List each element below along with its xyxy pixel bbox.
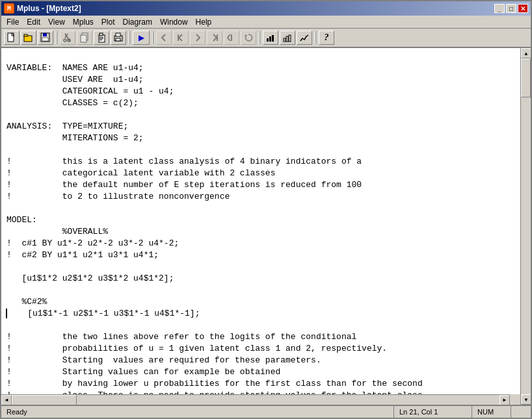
editor-container: VARIABLE: NAMES ARE u1-u4; USEV ARE u1-u…: [1, 48, 520, 405]
scroll-right-button[interactable]: ▶: [499, 395, 510, 405]
chart3-button[interactable]: [297, 31, 312, 45]
menu-view[interactable]: View: [44, 16, 69, 28]
status-num: NUM: [472, 406, 511, 418]
replay-button[interactable]: [241, 31, 256, 45]
h-scrollbar[interactable]: ◀ ▶: [1, 394, 510, 405]
svg-rect-28: [286, 36, 288, 42]
fwd2-button[interactable]: [207, 31, 222, 45]
title-bar: M Mplus - [Mptext2] _ □ ✕: [1, 1, 531, 16]
menu-diagram[interactable]: Diagram: [119, 16, 156, 28]
status-ready: Ready: [1, 406, 394, 418]
svg-rect-24: [267, 38, 269, 42]
back2-button[interactable]: [173, 31, 189, 45]
maximize-button[interactable]: □: [506, 4, 516, 13]
h-scroll-area: ◀ ▶: [1, 394, 520, 405]
svg-rect-16: [100, 38, 103, 39]
h-scroll-thumb[interactable]: [12, 395, 77, 405]
svg-point-9: [64, 39, 66, 42]
scroll-left-button[interactable]: ◀: [1, 395, 12, 405]
svg-rect-25: [269, 36, 271, 42]
chart2-button[interactable]: [280, 31, 295, 45]
menu-window[interactable]: Window: [156, 16, 192, 28]
svg-rect-27: [284, 38, 286, 42]
v-scrollbar[interactable]: ▲ ▼: [520, 48, 531, 405]
main-window: M Mplus - [Mptext2] _ □ ✕ File Edit View…: [0, 0, 532, 419]
v-scroll-track[interactable]: [521, 58, 531, 394]
open-button[interactable]: [21, 31, 36, 45]
fwd1-button[interactable]: [190, 31, 206, 45]
scroll-down-button[interactable]: ▼: [521, 394, 531, 405]
svg-rect-5: [43, 33, 47, 36]
menu-file[interactable]: File: [3, 16, 23, 28]
menu-edit[interactable]: Edit: [23, 16, 44, 28]
title-bar-left: M Mplus - [Mptext2]: [4, 3, 81, 14]
cursor: [6, 309, 12, 318]
svg-rect-20: [116, 38, 120, 41]
svg-rect-12: [81, 35, 86, 42]
run-button[interactable]: ▶: [133, 31, 150, 45]
menu-mplus[interactable]: Mplus: [69, 16, 98, 28]
save-button[interactable]: [38, 31, 53, 45]
close-button[interactable]: ✕: [518, 4, 528, 13]
stop-button[interactable]: [224, 31, 239, 45]
v-scroll-thumb[interactable]: [521, 58, 531, 97]
toolbar-sep-4: [259, 31, 260, 44]
scroll-corner: [510, 394, 520, 405]
menu-help[interactable]: Help: [192, 16, 216, 28]
app-icon: M: [4, 3, 14, 14]
svg-rect-3: [24, 34, 27, 36]
svg-rect-29: [289, 35, 291, 42]
scroll-up-button[interactable]: ▲: [521, 48, 531, 58]
cut-button[interactable]: [60, 31, 75, 45]
status-extra: [511, 406, 531, 418]
code-line-1: VARIABLE: NAMES ARE u1-u4; USEV ARE u1-u…: [7, 63, 423, 394]
minimize-button[interactable]: _: [494, 4, 505, 13]
svg-rect-19: [116, 33, 120, 36]
main-area: VARIABLE: NAMES ARE u1-u4; USEV ARE u1-u…: [1, 48, 531, 405]
menu-plot[interactable]: Plot: [98, 16, 119, 28]
svg-rect-6: [42, 38, 48, 41]
editor-content[interactable]: VARIABLE: NAMES ARE u1-u4; USEV ARE u1-u…: [1, 48, 520, 394]
help-button[interactable]: ?: [319, 31, 334, 45]
h-scroll-track[interactable]: [12, 395, 499, 405]
svg-rect-26: [272, 35, 274, 42]
toolbar-sep-1: [56, 31, 57, 44]
window-title: Mplus - [Mptext2]: [17, 4, 81, 13]
toolbar-sep-3: [152, 31, 153, 44]
toolbar: ▶ ?: [1, 29, 531, 48]
toolbar-sep-2: [129, 31, 130, 44]
title-bar-buttons: _ □ ✕: [494, 4, 528, 13]
svg-rect-17: [100, 40, 102, 40]
toolbar-sep-5: [315, 31, 316, 44]
copy-button[interactable]: [77, 31, 92, 45]
status-position: Ln 21, Col 1: [394, 406, 472, 418]
paste-button[interactable]: [94, 31, 109, 45]
svg-rect-14: [100, 33, 103, 36]
status-bar: Ready Ln 21, Col 1 NUM: [1, 405, 531, 418]
menu-bar: File Edit View Mplus Plot Diagram Window…: [1, 16, 531, 29]
svg-rect-15: [100, 37, 103, 38]
editor-scroll[interactable]: VARIABLE: NAMES ARE u1-u4; USEV ARE u1-u…: [1, 48, 520, 394]
print-button[interactable]: [111, 31, 126, 45]
new-button[interactable]: [4, 31, 20, 45]
chart1-button[interactable]: [263, 31, 278, 45]
back1-button[interactable]: [156, 31, 172, 45]
